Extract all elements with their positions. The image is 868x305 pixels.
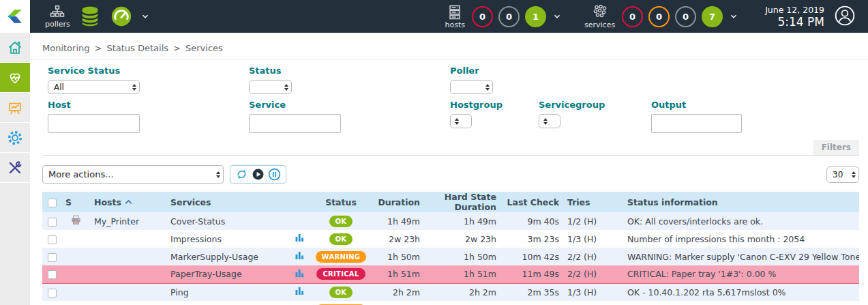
status-label: Status [249, 66, 450, 76]
status-counter[interactable]: 0 [622, 6, 643, 27]
play-icon[interactable] [252, 168, 265, 181]
chevron-down-icon[interactable] [729, 12, 738, 21]
hard-state-duration-cell: 1h 51m [424, 265, 500, 283]
service-name[interactable]: Cover-Status [170, 216, 225, 227]
header-hosts-label: Hosts [94, 197, 121, 207]
service-name[interactable]: PaperTray-Usage [170, 269, 242, 279]
pause-icon[interactable] [268, 168, 281, 181]
header-hard-state-duration[interactable]: Hard State Duration [424, 192, 500, 212]
output-input[interactable] [651, 114, 742, 133]
admin-tools-icon [7, 160, 23, 176]
header-last-check[interactable]: Last Check [500, 192, 563, 212]
poller-select[interactable] [450, 80, 493, 94]
pollers-label: pollers [45, 20, 70, 28]
page-size-select[interactable]: 30 [826, 166, 859, 183]
breadcrumb-monitoring[interactable]: Monitoring [42, 43, 90, 53]
user-avatar-icon[interactable] [834, 5, 856, 29]
row-checkbox[interactable] [48, 289, 57, 297]
status-counter[interactable]: 7 [702, 6, 723, 27]
page-size-value: 30 [833, 170, 843, 179]
table-row: Ping OK 2h 2m 2h 2m 2m 35s 1/3 (H) OK - … [42, 283, 859, 301]
top-bar: pollers [0, 0, 868, 33]
header-status-information[interactable]: Status information [623, 192, 859, 212]
more-actions-select[interactable]: More actions... [42, 165, 224, 184]
header-services[interactable]: Services [166, 192, 288, 212]
status-counter[interactable]: 0 [648, 6, 670, 27]
refresh-icon[interactable] [235, 168, 248, 181]
chevron-down-icon[interactable] [140, 12, 150, 21]
header-duration[interactable]: Duration [371, 192, 424, 212]
filters-tab[interactable]: Filters [813, 140, 859, 155]
table-row: Impressions OK 2w 23h 2w 23h 3m 23s 1/3 … [42, 230, 859, 248]
header-s[interactable]: S [61, 192, 90, 212]
status-counter[interactable]: 0 [675, 6, 696, 27]
service-status-select[interactable]: All [48, 80, 140, 94]
status-badge: OK [329, 233, 353, 245]
status-information-cell: WARNING: Device 'Canon iR-ADV C5235 36.2… [623, 301, 859, 305]
stepper-icon [216, 171, 220, 178]
header-status[interactable]: Status [311, 192, 371, 212]
host-input[interactable] [48, 114, 140, 133]
tries-cell: 1/3 (H) [563, 230, 623, 248]
service-input[interactable] [249, 114, 341, 133]
chevron-down-icon[interactable] [552, 12, 562, 21]
row-checkbox[interactable] [48, 235, 57, 244]
services-summary[interactable]: services [584, 4, 615, 29]
last-check-cell: 9m 40s [500, 212, 563, 230]
services-icon [591, 4, 609, 20]
last-check-cell: 2m 35s [500, 283, 563, 301]
sidebar-item-home[interactable] [0, 33, 30, 63]
graph-icon[interactable] [295, 234, 304, 244]
service-name[interactable]: MarkerSupply-Usage [170, 252, 258, 262]
status-badge: OK [329, 287, 353, 298]
select-all-checkbox[interactable] [48, 199, 57, 207]
centreon-logo[interactable] [0, 0, 30, 33]
sidebar-item-administration[interactable] [0, 153, 30, 183]
breadcrumb-status-details[interactable]: Status Details [106, 43, 168, 53]
row-checkbox[interactable] [48, 218, 57, 227]
status-counter[interactable]: 1 [525, 6, 546, 27]
table-row: PaperTray-Usage CRITICAL 1h 51m 1h 51m 1… [42, 265, 859, 283]
sidebar-item-monitoring[interactable] [0, 63, 30, 93]
printer-icon [70, 217, 82, 227]
graph-icon[interactable] [295, 252, 304, 262]
hard-state-duration-cell: 2w 23h [424, 230, 500, 248]
row-checkbox[interactable] [48, 270, 57, 279]
sidebar-item-reporting[interactable] [0, 93, 30, 123]
servicegroup-label: Servicegroup [539, 100, 651, 110]
header-hosts[interactable]: Hosts [90, 192, 166, 212]
breadcrumb-separator: > [95, 43, 102, 53]
clock: June 12, 2019 5:14 PM [765, 5, 824, 29]
service-name[interactable]: Impressions [170, 234, 222, 244]
sidebar-item-configuration[interactable] [0, 123, 30, 153]
header-graph-col [288, 192, 311, 212]
services-label: services [584, 21, 615, 29]
gauge-status[interactable] [110, 5, 133, 28]
duration-cell: 1h 50m [371, 248, 424, 265]
settings-gear-icon [7, 130, 23, 146]
header-tries[interactable]: Tries [563, 192, 623, 212]
hard-state-duration-cell: 1h 53m [424, 301, 500, 305]
hostgroup-select[interactable] [450, 114, 472, 128]
breadcrumb-separator: > [173, 43, 181, 53]
service-name[interactable]: Ping [170, 287, 189, 297]
clock-time: 5:14 PM [765, 15, 824, 29]
servicegroup-select[interactable] [539, 114, 560, 128]
status-badge: WARNING [316, 251, 367, 263]
pollers-status[interactable]: pollers [45, 5, 70, 28]
host-name[interactable]: My_Printer [94, 216, 139, 227]
hard-state-duration-cell: 2h 2m [424, 283, 500, 301]
database-status[interactable] [78, 5, 102, 28]
status-select[interactable] [249, 80, 292, 94]
host-label: Host [48, 100, 249, 110]
breadcrumb-services[interactable]: Services [185, 43, 223, 53]
duration-cell: 1h 49m [371, 212, 424, 230]
last-check-cell: 10m 42s [500, 248, 563, 265]
status-counter[interactable]: 0 [498, 6, 520, 27]
services-counters: 0007 [619, 6, 725, 27]
row-checkbox[interactable] [48, 253, 57, 262]
graph-icon[interactable] [295, 270, 304, 280]
graph-icon[interactable] [295, 287, 304, 297]
hosts-summary[interactable]: hosts [445, 4, 465, 29]
status-counter[interactable]: 0 [472, 6, 493, 27]
